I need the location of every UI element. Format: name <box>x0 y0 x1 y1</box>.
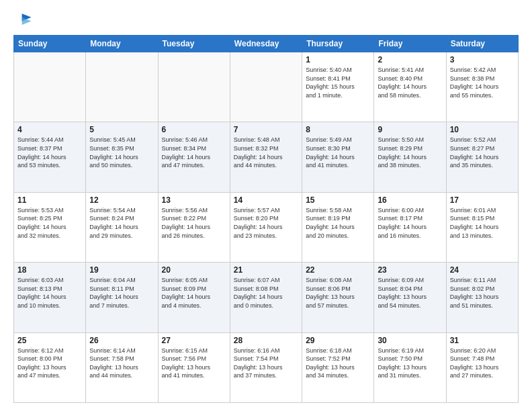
day-number: 28 <box>234 336 298 345</box>
calendar-cell: 21Sunrise: 6:07 AM Sunset: 8:08 PM Dayli… <box>230 263 302 332</box>
logo <box>13 11 35 30</box>
calendar-cell: 23Sunrise: 6:09 AM Sunset: 8:04 PM Dayli… <box>374 263 446 332</box>
calendar-header-wednesday: Wednesday <box>230 36 302 52</box>
calendar-cell <box>230 52 302 122</box>
day-number: 21 <box>234 265 298 275</box>
day-number: 30 <box>378 336 442 345</box>
day-info: Sunrise: 5:52 AM Sunset: 8:27 PM Dayligh… <box>450 136 515 169</box>
calendar-cell: 2Sunrise: 5:41 AM Sunset: 8:40 PM Daylig… <box>374 52 446 122</box>
calendar-row-3: 18Sunrise: 6:03 AM Sunset: 8:13 PM Dayli… <box>14 263 519 332</box>
calendar-cell: 20Sunrise: 6:05 AM Sunset: 8:09 PM Dayli… <box>158 263 230 332</box>
day-info: Sunrise: 5:57 AM Sunset: 8:20 PM Dayligh… <box>234 206 298 240</box>
calendar-cell: 30Sunrise: 6:19 AM Sunset: 7:50 PM Dayli… <box>374 332 446 402</box>
calendar-cell: 1Sunrise: 5:40 AM Sunset: 8:41 PM Daylig… <box>302 52 374 122</box>
day-info: Sunrise: 6:12 AM Sunset: 8:00 PM Dayligh… <box>17 347 82 380</box>
calendar-cell: 29Sunrise: 6:18 AM Sunset: 7:52 PM Dayli… <box>302 332 374 402</box>
day-number: 12 <box>89 195 154 205</box>
calendar-header-sunday: Sunday <box>14 36 86 52</box>
day-number: 3 <box>450 55 515 64</box>
calendar-cell: 19Sunrise: 6:04 AM Sunset: 8:11 PM Dayli… <box>86 263 158 332</box>
header <box>13 11 519 30</box>
day-number: 24 <box>450 265 515 275</box>
calendar-cell: 25Sunrise: 6:12 AM Sunset: 8:00 PM Dayli… <box>14 332 86 402</box>
day-number: 8 <box>306 125 370 134</box>
calendar-cell: 3Sunrise: 5:42 AM Sunset: 8:38 PM Daylig… <box>446 52 518 122</box>
calendar-cell: 7Sunrise: 5:48 AM Sunset: 8:32 PM Daylig… <box>230 122 302 192</box>
calendar-cell: 28Sunrise: 6:16 AM Sunset: 7:54 PM Dayli… <box>230 332 302 402</box>
calendar-cell: 12Sunrise: 5:54 AM Sunset: 8:24 PM Dayli… <box>86 192 158 262</box>
day-info: Sunrise: 5:49 AM Sunset: 8:30 PM Dayligh… <box>306 136 370 169</box>
day-number: 15 <box>306 195 370 205</box>
day-info: Sunrise: 5:46 AM Sunset: 8:34 PM Dayligh… <box>162 136 226 169</box>
calendar-row-4: 25Sunrise: 6:12 AM Sunset: 8:00 PM Dayli… <box>14 332 519 402</box>
day-info: Sunrise: 5:56 AM Sunset: 8:22 PM Dayligh… <box>162 206 226 240</box>
day-number: 5 <box>89 125 154 134</box>
day-info: Sunrise: 5:42 AM Sunset: 8:38 PM Dayligh… <box>450 66 515 99</box>
calendar-cell: 15Sunrise: 5:58 AM Sunset: 8:19 PM Dayli… <box>302 192 374 262</box>
day-info: Sunrise: 6:11 AM Sunset: 8:02 PM Dayligh… <box>450 276 515 310</box>
calendar-cell: 8Sunrise: 5:49 AM Sunset: 8:30 PM Daylig… <box>302 122 374 192</box>
calendar-cell: 24Sunrise: 6:11 AM Sunset: 8:02 PM Dayli… <box>446 263 518 332</box>
calendar-cell <box>14 52 86 122</box>
day-number: 22 <box>306 265 370 275</box>
day-info: Sunrise: 5:40 AM Sunset: 8:41 PM Dayligh… <box>306 66 370 99</box>
calendar-header-saturday: Saturday <box>446 36 518 52</box>
day-info: Sunrise: 6:20 AM Sunset: 7:48 PM Dayligh… <box>450 347 515 380</box>
day-info: Sunrise: 5:50 AM Sunset: 8:29 PM Dayligh… <box>378 136 442 169</box>
day-number: 2 <box>378 55 442 64</box>
day-number: 29 <box>306 336 370 345</box>
calendar-header-tuesday: Tuesday <box>158 36 230 52</box>
day-info: Sunrise: 6:00 AM Sunset: 8:17 PM Dayligh… <box>378 206 442 240</box>
page: SundayMondayTuesdayWednesdayThursdayFrid… <box>0 0 532 411</box>
day-number: 25 <box>17 336 82 345</box>
logo-icon <box>13 11 32 30</box>
day-number: 23 <box>378 265 442 275</box>
calendar-row-2: 11Sunrise: 5:53 AM Sunset: 8:25 PM Dayli… <box>14 192 519 262</box>
day-info: Sunrise: 5:44 AM Sunset: 8:37 PM Dayligh… <box>17 136 82 169</box>
calendar-cell: 13Sunrise: 5:56 AM Sunset: 8:22 PM Dayli… <box>158 192 230 262</box>
calendar-cell: 4Sunrise: 5:44 AM Sunset: 8:37 PM Daylig… <box>14 122 86 192</box>
calendar-cell: 14Sunrise: 5:57 AM Sunset: 8:20 PM Dayli… <box>230 192 302 262</box>
day-number: 26 <box>89 336 154 345</box>
calendar-row-0: 1Sunrise: 5:40 AM Sunset: 8:41 PM Daylig… <box>14 52 519 122</box>
day-number: 16 <box>378 195 442 205</box>
day-info: Sunrise: 5:53 AM Sunset: 8:25 PM Dayligh… <box>17 206 82 240</box>
day-info: Sunrise: 5:48 AM Sunset: 8:32 PM Dayligh… <box>234 136 298 169</box>
calendar-header-row: SundayMondayTuesdayWednesdayThursdayFrid… <box>14 36 519 52</box>
calendar-header-thursday: Thursday <box>302 36 374 52</box>
day-number: 20 <box>162 265 226 275</box>
day-number: 11 <box>17 195 82 205</box>
day-number: 27 <box>162 336 226 345</box>
day-info: Sunrise: 5:54 AM Sunset: 8:24 PM Dayligh… <box>89 206 154 240</box>
day-info: Sunrise: 6:01 AM Sunset: 8:15 PM Dayligh… <box>450 206 515 240</box>
calendar-cell: 26Sunrise: 6:14 AM Sunset: 7:58 PM Dayli… <box>86 332 158 402</box>
calendar-cell <box>158 52 230 122</box>
day-number: 1 <box>306 55 370 64</box>
day-info: Sunrise: 6:04 AM Sunset: 8:11 PM Dayligh… <box>89 276 154 310</box>
day-number: 31 <box>450 336 515 345</box>
calendar-cell: 10Sunrise: 5:52 AM Sunset: 8:27 PM Dayli… <box>446 122 518 192</box>
calendar-cell: 16Sunrise: 6:00 AM Sunset: 8:17 PM Dayli… <box>374 192 446 262</box>
day-info: Sunrise: 6:18 AM Sunset: 7:52 PM Dayligh… <box>306 347 370 380</box>
calendar-table: SundayMondayTuesdayWednesdayThursdayFrid… <box>13 35 519 403</box>
calendar-cell: 18Sunrise: 6:03 AM Sunset: 8:13 PM Dayli… <box>14 263 86 332</box>
calendar-cell: 31Sunrise: 6:20 AM Sunset: 7:48 PM Dayli… <box>446 332 518 402</box>
day-number: 7 <box>234 125 298 134</box>
calendar-cell: 27Sunrise: 6:15 AM Sunset: 7:56 PM Dayli… <box>158 332 230 402</box>
day-number: 14 <box>234 195 298 205</box>
day-number: 18 <box>17 265 82 275</box>
day-info: Sunrise: 6:15 AM Sunset: 7:56 PM Dayligh… <box>162 347 226 380</box>
calendar-cell: 22Sunrise: 6:08 AM Sunset: 8:06 PM Dayli… <box>302 263 374 332</box>
day-info: Sunrise: 6:16 AM Sunset: 7:54 PM Dayligh… <box>234 347 298 380</box>
day-number: 13 <box>162 195 226 205</box>
day-info: Sunrise: 5:41 AM Sunset: 8:40 PM Dayligh… <box>378 66 442 99</box>
calendar-row-1: 4Sunrise: 5:44 AM Sunset: 8:37 PM Daylig… <box>14 122 519 192</box>
calendar-cell: 17Sunrise: 6:01 AM Sunset: 8:15 PM Dayli… <box>446 192 518 262</box>
day-info: Sunrise: 6:14 AM Sunset: 7:58 PM Dayligh… <box>89 347 154 380</box>
day-info: Sunrise: 6:07 AM Sunset: 8:08 PM Dayligh… <box>234 276 298 310</box>
day-info: Sunrise: 5:58 AM Sunset: 8:19 PM Dayligh… <box>306 206 370 240</box>
calendar-cell: 9Sunrise: 5:50 AM Sunset: 8:29 PM Daylig… <box>374 122 446 192</box>
calendar-cell: 6Sunrise: 5:46 AM Sunset: 8:34 PM Daylig… <box>158 122 230 192</box>
day-info: Sunrise: 6:05 AM Sunset: 8:09 PM Dayligh… <box>162 276 226 310</box>
day-number: 4 <box>17 125 82 134</box>
